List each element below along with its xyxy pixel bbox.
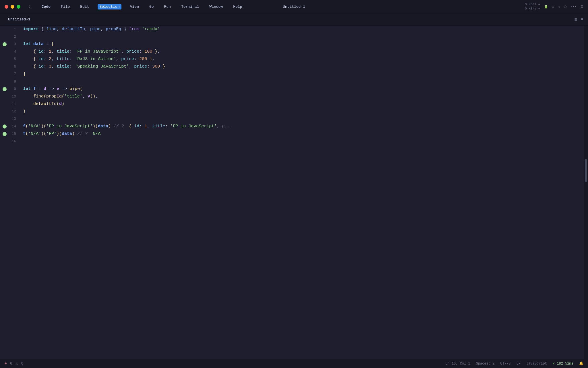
- warning-icon: △: [16, 361, 18, 366]
- linecontent-4[interactable]: { id: 1, title: 'FP in JavaScript', pric…: [21, 48, 584, 55]
- line-9: 9 let f = d => v => pipe(: [0, 85, 584, 93]
- notifications-icon[interactable]: 🔔: [579, 361, 583, 366]
- line-8: 8: [0, 78, 584, 85]
- window-title: Untitled-1: [283, 5, 305, 9]
- menu-file[interactable]: File: [59, 4, 71, 9]
- menu-selection[interactable]: Selection: [98, 4, 121, 9]
- line-2: 2: [0, 33, 584, 41]
- tabbar: Untitled-1 ⊟ ●: [0, 14, 588, 26]
- more-icon: •••: [571, 5, 577, 8]
- line-10: 10 find(propEq('title', v)),: [0, 93, 584, 100]
- linenum-8: 8: [9, 78, 21, 85]
- menu-code[interactable]: Code: [40, 4, 52, 9]
- statusbar: ⊗ 0 △ 0 Ln 16, Col 1 Spaces: 2 UTF-8 LF …: [0, 359, 588, 368]
- linecontent-14[interactable]: f('N/A')('FP in JavaScript')(data) // ? …: [21, 123, 584, 130]
- linecontent-3[interactable]: let data = [: [21, 41, 584, 48]
- network-stats: 0 KB/s ▲0 KB/s ▼: [525, 2, 540, 11]
- airplay-icon: ⊡: [552, 5, 554, 9]
- warning-count: 0: [21, 362, 23, 366]
- line-1: 1 import { find, defaultTo, pipe, propEq…: [0, 26, 584, 33]
- line-13: 13: [0, 115, 584, 123]
- line-7: 7 ]: [0, 70, 584, 78]
- scrollbar-thumb[interactable]: [585, 159, 587, 182]
- linenum-4: 4: [9, 48, 21, 55]
- menu-terminal[interactable]: Terminal: [179, 4, 201, 9]
- line-16: 16: [0, 138, 584, 145]
- breakpoint-3[interactable]: [0, 42, 9, 46]
- linenum-14: 14: [9, 123, 21, 130]
- line-4: 4 { id: 1, title: 'FP in JavaScript', pr…: [0, 48, 584, 55]
- breakpoint-dot-9: [3, 87, 7, 91]
- linenum-15: 15: [9, 130, 21, 138]
- breakpoint-dot-14: [3, 124, 7, 129]
- split-editor-icon[interactable]: ⊟: [575, 17, 577, 22]
- breakpoint-dot-3: [3, 42, 7, 46]
- titlebar-left:  Code File Edit Selection View Go Run T…: [5, 4, 244, 9]
- indentation[interactable]: Spaces: 2: [476, 362, 495, 366]
- line-11: 11 defaultTo(d): [0, 100, 584, 108]
- linecontent-10[interactable]: find(propEq('title', v)),: [21, 93, 584, 100]
- statusbar-right: Ln 16, Col 1 Spaces: 2 UTF-8 LF JavaScri…: [445, 361, 583, 366]
- close-button[interactable]: [5, 5, 8, 9]
- linenum-6: 6: [9, 63, 21, 70]
- back-icon: ◁: [558, 5, 560, 9]
- linenum-13: 13: [9, 115, 21, 123]
- breakpoint-9[interactable]: [0, 87, 9, 91]
- breakpoint-dot-15: [3, 132, 7, 136]
- line-6: 6 { id: 3, title: 'Speaking JavaScript',…: [0, 63, 584, 70]
- menu-go[interactable]: Go: [148, 4, 156, 9]
- menu-window[interactable]: Window: [208, 4, 225, 9]
- line-5: 5 { id: 2, title: 'RxJS in Action', pric…: [0, 55, 584, 63]
- linenum-2: 2: [9, 33, 21, 41]
- menu-help[interactable]: Help: [231, 4, 244, 9]
- eol[interactable]: LF: [517, 362, 521, 366]
- linenum-7: 7: [9, 70, 21, 78]
- linecontent-15[interactable]: f('N/A')('FP')(data) // ? N/A: [21, 130, 584, 138]
- timing: ✔ 182.52ms: [553, 361, 573, 366]
- menu-apple[interactable]: : [27, 4, 33, 9]
- line-3: 3 let data = [: [0, 41, 584, 48]
- linenum-9: 9: [9, 85, 21, 93]
- circle-icon[interactable]: ●: [581, 17, 583, 22]
- linenum-12: 12: [9, 108, 21, 115]
- linenum-5: 5: [9, 55, 21, 63]
- titlebar:  Code File Edit Selection View Go Run T…: [0, 0, 588, 14]
- linenum-16: 16: [9, 138, 21, 145]
- encoding[interactable]: UTF-8: [500, 362, 511, 366]
- line-14: 14 f('N/A')('FP in JavaScript')(data) //…: [0, 123, 584, 130]
- line-15: 15 f('N/A')('FP')(data) // ? N/A: [0, 130, 584, 138]
- breakpoint-15[interactable]: [0, 132, 9, 136]
- minimize-button[interactable]: [11, 5, 14, 9]
- editor: 1 import { find, defaultTo, pipe, propEq…: [0, 26, 588, 359]
- linecontent-5[interactable]: { id: 2, title: 'RxJS in Action', price:…: [21, 55, 584, 63]
- tab-untitled[interactable]: Untitled-1: [5, 15, 34, 24]
- error-count: 0: [10, 362, 12, 366]
- line-12: 12 ): [0, 108, 584, 115]
- titlebar-right: 0 KB/s ▲0 KB/s ▼ 🔋 ⊡ ◁ ⬡ ••• ☰: [525, 2, 583, 11]
- list-icon: ☰: [581, 5, 583, 9]
- breakpoint-14[interactable]: [0, 124, 9, 129]
- logo-icon: ⬡: [564, 5, 567, 9]
- linenum-1: 1: [9, 26, 21, 33]
- menu-run[interactable]: Run: [163, 4, 173, 9]
- linecontent-1[interactable]: import { find, defaultTo, pipe, propEq }…: [21, 26, 584, 33]
- language-mode[interactable]: JavaScript: [526, 362, 547, 366]
- linecontent-7[interactable]: ]: [21, 70, 584, 78]
- linenum-3: 3: [9, 41, 21, 48]
- linecontent-9[interactable]: let f = d => v => pipe(: [21, 85, 584, 93]
- linecontent-6[interactable]: { id: 3, title: 'Speaking JavaScript', p…: [21, 63, 584, 70]
- error-icon: ⊗: [5, 361, 7, 366]
- linenum-10: 10: [9, 93, 21, 100]
- battery-icon: 🔋: [544, 5, 548, 9]
- statusbar-left: ⊗ 0 △ 0: [5, 361, 23, 366]
- menu-edit[interactable]: Edit: [78, 4, 91, 9]
- cursor-position[interactable]: Ln 16, Col 1: [445, 362, 470, 366]
- maximize-button[interactable]: [17, 5, 20, 9]
- menu-view[interactable]: View: [128, 4, 141, 9]
- linenum-11: 11: [9, 100, 21, 108]
- tab-icons: ⊟ ●: [575, 17, 583, 22]
- scrollbar-track[interactable]: [584, 26, 588, 359]
- traffic-lights: [5, 5, 20, 9]
- linecontent-11[interactable]: defaultTo(d): [21, 100, 584, 108]
- linecontent-12[interactable]: ): [21, 108, 584, 115]
